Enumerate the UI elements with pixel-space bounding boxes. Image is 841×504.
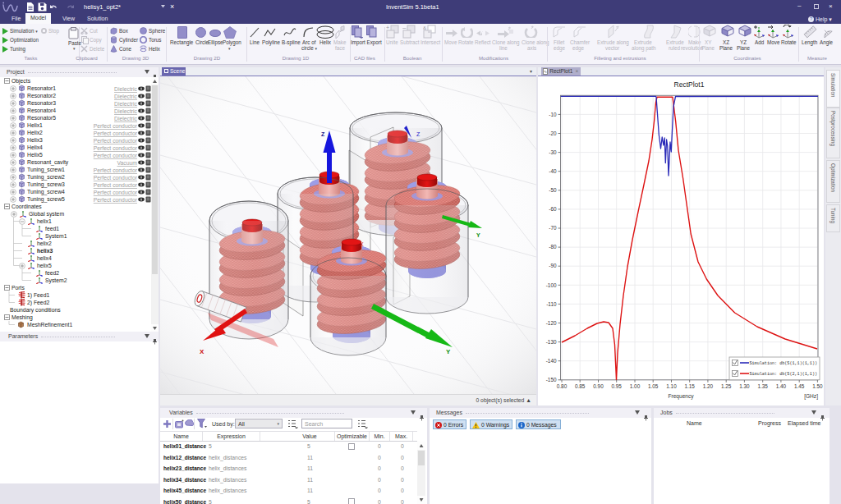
svg-text:1.50: 1.50 (812, 383, 823, 389)
svg-text:-130: -130 (546, 339, 557, 345)
svg-text:1.00: 1.00 (630, 383, 641, 389)
svg-text:-30: -30 (549, 149, 557, 155)
svg-text:1.45: 1.45 (794, 383, 805, 389)
svg-text:+: + (386, 25, 389, 30)
svg-text:-60: -60 (549, 206, 557, 212)
svg-text:0.95: 0.95 (611, 383, 622, 389)
svg-text:1.35: 1.35 (757, 383, 768, 389)
svg-text:0.80: 0.80 (557, 383, 568, 389)
svg-text:-40: -40 (549, 168, 557, 174)
svg-text:1.25: 1.25 (721, 383, 732, 389)
svg-text:X: X (360, 241, 364, 247)
svg-text:Z: Z (416, 131, 420, 137)
svg-text:&: & (423, 25, 426, 30)
svg-text:-90: -90 (549, 263, 557, 268)
svg-text:Y: Y (446, 348, 451, 355)
svg-text:1.20: 1.20 (703, 383, 714, 389)
svg-text:1.30: 1.30 (739, 383, 750, 389)
svg-text:-150: -150 (546, 377, 557, 383)
svg-text:RectPlot1: RectPlot1 (674, 80, 705, 89)
svg-text:0.85: 0.85 (575, 383, 586, 389)
svg-text:-50: -50 (549, 187, 557, 193)
svg-text:-120: -120 (546, 320, 557, 326)
svg-text:Simulation: db(S(1,1)(1,1)): Simulation: db(S(1,1)(1,1)) (750, 361, 818, 366)
svg-text:-10: -10 (549, 112, 557, 117)
svg-text:Z: Z (321, 131, 325, 137)
svg-text:Simulation: db(S(2,1)(1,1)): Simulation: db(S(2,1)(1,1)) (750, 372, 818, 377)
svg-text:-20: -20 (549, 131, 557, 136)
svg-text:-80: -80 (549, 244, 557, 250)
svg-text:Frequency: Frequency (668, 393, 694, 400)
svg-text:1.10: 1.10 (666, 383, 677, 389)
svg-text:0.90: 0.90 (593, 383, 604, 389)
svg-text:1.40: 1.40 (776, 383, 787, 389)
svg-text:1.05: 1.05 (648, 383, 659, 389)
svg-text:-100: -100 (546, 282, 557, 288)
svg-text:X: X (200, 348, 205, 355)
svg-text:-70: -70 (549, 225, 557, 231)
svg-text:-110: -110 (546, 301, 557, 307)
svg-text:-140: -140 (546, 358, 557, 364)
svg-text:Y: Y (476, 232, 480, 238)
svg-text:[GHz]: [GHz] (804, 393, 818, 400)
svg-text:1.15: 1.15 (684, 383, 695, 389)
